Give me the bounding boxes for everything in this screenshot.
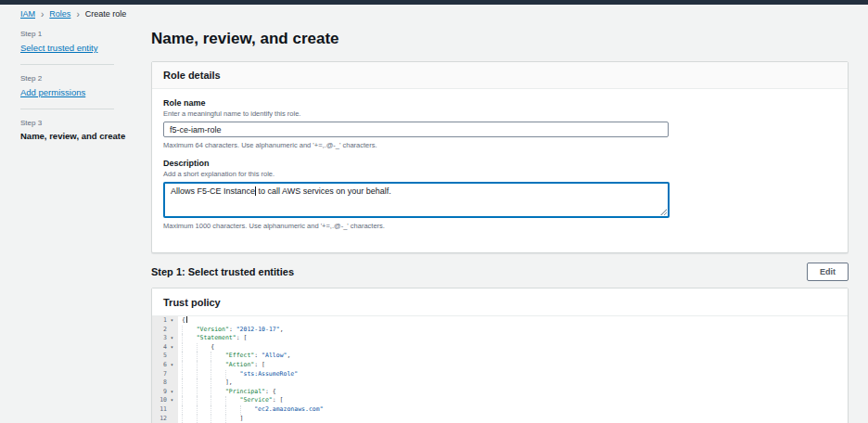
line-number: 8	[152, 378, 167, 388]
fold-arrow-icon[interactable]: ▾	[167, 388, 177, 397]
description-textarea[interactable]: Allows F5-CE Instance to call AWS servic…	[163, 182, 670, 218]
fold-arrow-icon[interactable]: ▾	[167, 361, 177, 370]
sidebar-item-name-review-create: Name, review, and create	[20, 131, 131, 141]
wizard-steps-sidebar: Step 1 Select trusted entity Step 2 Add …	[0, 22, 131, 423]
sidebar-item-select-trusted-entity[interactable]: Select trusted entity	[20, 43, 97, 53]
line-number: 3	[152, 334, 167, 343]
sidebar-divider	[20, 109, 114, 109]
description-label: Description	[163, 159, 836, 168]
role-details-card: Role details Role name Enter a meaningfu…	[151, 61, 849, 253]
editor-cursor	[186, 316, 187, 323]
code-line: 9▾"Principal": {	[152, 388, 848, 397]
code-content: "Effect": "Allow",	[178, 352, 290, 361]
editor-gutter: 10▾	[152, 396, 178, 405]
breadcrumb-separator-icon: ›	[41, 10, 44, 19]
code-line: 7"sts:AssumeRole"	[152, 370, 848, 379]
main-content: Name, review, and create Role details Ro…	[151, 22, 849, 423]
breadcrumb-link-iam[interactable]: IAM	[20, 9, 35, 19]
editor-gutter: 6▾	[152, 361, 178, 370]
code-line: 2"Version": "2012-10-17",	[152, 326, 848, 335]
fold-spacer	[167, 352, 177, 361]
role-details-header: Role details	[152, 62, 848, 89]
line-number: 5	[152, 352, 167, 361]
editor-gutter: 12	[152, 415, 178, 423]
code-content: "ec2.amazonaws.com"	[178, 405, 324, 415]
line-number: 7	[152, 370, 167, 379]
trust-policy-card: Trust policy 1▾{2"Version": "2012-10-17"…	[151, 288, 849, 423]
editor-gutter: 8	[152, 378, 178, 388]
code-content: "Statement": [	[178, 334, 247, 343]
fold-spacer	[167, 326, 177, 335]
edit-button[interactable]: Edit	[807, 263, 849, 281]
resize-handle[interactable]	[660, 209, 667, 215]
code-lines: 1▾{2"Version": "2012-10-17",3▾"Statement…	[152, 316, 848, 423]
breadcrumb-current-page: Create role	[85, 9, 127, 19]
code-content: {	[178, 316, 187, 326]
description-constraint: Maximum 1000 characters. Use alphanumeri…	[163, 222, 836, 230]
role-name-hint: Enter a meaningful name to identify this…	[163, 109, 836, 118]
step-3-label: Step 3	[20, 119, 131, 127]
description-value: Allows F5-CE Instance	[171, 186, 255, 196]
editor-gutter: 11	[152, 405, 178, 415]
code-line: 1▾{	[152, 316, 848, 326]
editor-gutter: 3▾	[152, 334, 178, 343]
code-line: 4▾{	[152, 343, 848, 352]
line-number: 11	[152, 405, 167, 415]
line-number: 12	[152, 415, 167, 423]
role-name-input[interactable]	[163, 122, 669, 137]
line-number: 1	[152, 316, 167, 326]
trust-policy-editor[interactable]: 1▾{2"Version": "2012-10-17",3▾"Statement…	[152, 316, 848, 423]
editor-gutter: 1▾	[152, 316, 178, 326]
editor-gutter: 2	[152, 326, 178, 335]
step1-section-title: Step 1: Select trusted entities	[151, 266, 294, 277]
sidebar-item-add-permissions[interactable]: Add permissions	[20, 87, 85, 97]
code-line: 11"ec2.amazonaws.com"	[152, 405, 848, 415]
code-content: "Service": [	[178, 396, 284, 405]
fold-arrow-icon[interactable]: ▾	[167, 343, 177, 352]
description-value: to call AWS services on your behalf.	[256, 186, 391, 196]
line-number: 10	[152, 396, 167, 405]
code-content: "Action": [	[178, 361, 265, 370]
role-name-constraint: Maximum 64 characters. Use alphanumeric …	[163, 141, 836, 149]
code-content: {	[178, 343, 214, 352]
breadcrumb-link-roles[interactable]: Roles	[49, 9, 70, 19]
editor-gutter: 9▾	[152, 388, 178, 397]
code-content: "Principal": {	[178, 388, 276, 397]
description-hint: Add a short explanation for this role.	[163, 170, 836, 178]
fold-spacer	[167, 415, 177, 423]
sidebar-divider	[20, 64, 114, 65]
code-content: ]	[178, 415, 243, 423]
code-line: 8],	[152, 378, 848, 388]
line-number: 4	[152, 343, 167, 352]
code-content: "Version": "2012-10-17",	[178, 326, 284, 335]
code-line: 6▾"Action": [	[152, 361, 848, 370]
role-name-label: Role name	[163, 98, 836, 108]
step1-review-section-header: Step 1: Select trusted entities Edit	[151, 263, 849, 281]
fold-arrow-icon[interactable]: ▾	[167, 316, 177, 326]
editor-gutter: 7	[152, 370, 178, 379]
trust-policy-header: Trust policy	[152, 288, 848, 316]
code-content: ],	[178, 378, 233, 388]
page-title: Name, review, and create	[151, 30, 849, 48]
fold-arrow-icon[interactable]: ▾	[167, 396, 177, 405]
code-line: 12]	[152, 415, 848, 423]
fold-spacer	[167, 405, 177, 415]
code-line: 10▾"Service": [	[152, 396, 848, 405]
line-number: 9	[152, 388, 167, 397]
code-line: 3▾"Statement": [	[152, 334, 848, 343]
code-content: "sts:AssumeRole"	[178, 370, 298, 379]
editor-gutter: 4▾	[152, 343, 178, 352]
fold-arrow-icon[interactable]: ▾	[167, 334, 177, 343]
step-1-label: Step 1	[20, 30, 131, 38]
step-2-label: Step 2	[20, 74, 131, 83]
fold-spacer	[167, 370, 177, 379]
fold-spacer	[167, 378, 177, 388]
breadcrumb-separator-icon: ›	[76, 10, 79, 19]
line-number: 6	[152, 361, 167, 370]
code-line: 5"Effect": "Allow",	[152, 352, 848, 361]
breadcrumb: IAM › Roles › Create role	[0, 5, 868, 19]
editor-gutter: 5	[152, 352, 178, 361]
line-number: 2	[152, 326, 167, 335]
